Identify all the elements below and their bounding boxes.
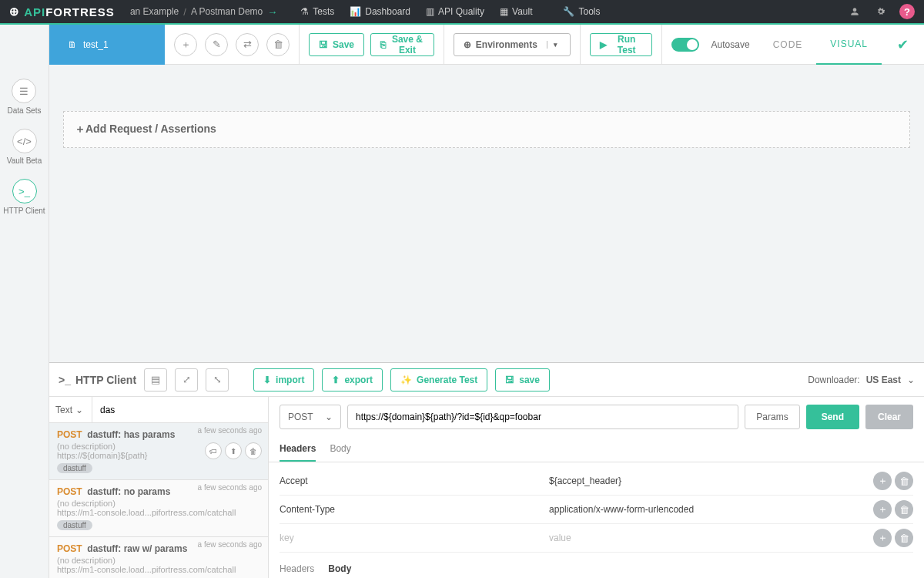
edit-button[interactable]: ✎ bbox=[205, 33, 228, 56]
delete-row-button[interactable]: 🗑 bbox=[895, 529, 913, 547]
add-row-button[interactable]: ＋ bbox=[873, 529, 892, 547]
breadcrumb-sep: / bbox=[183, 6, 186, 18]
history-method: POST bbox=[57, 486, 82, 497]
plus-icon: ＋ bbox=[75, 123, 85, 135]
add-row-button[interactable]: ＋ bbox=[873, 500, 892, 519]
chevron-down-icon: ⌄ bbox=[75, 405, 83, 415]
list-icon: ☰ bbox=[12, 79, 36, 103]
save-icon: 🖫 bbox=[319, 39, 328, 50]
url-input[interactable] bbox=[347, 405, 738, 429]
method-select[interactable]: POST⌄ bbox=[280, 405, 341, 429]
tag-button[interactable]: 🏷 bbox=[205, 442, 222, 459]
search-input[interactable] bbox=[92, 397, 268, 422]
file-tab-label: test_1 bbox=[83, 39, 109, 50]
delete-button[interactable]: 🗑 bbox=[245, 442, 262, 459]
http-client-title: >_HTTP Client bbox=[59, 374, 136, 386]
params-button[interactable]: Params bbox=[745, 405, 799, 429]
add-request-bar[interactable]: ＋Add Request / Assertions bbox=[63, 111, 910, 148]
magic-icon: ✨ bbox=[400, 375, 412, 385]
delete-row-button[interactable]: 🗑 bbox=[895, 500, 913, 519]
tab-body[interactable]: Body bbox=[330, 437, 350, 462]
export-button[interactable]: ⬆export bbox=[322, 368, 383, 391]
history-desc: (no description) bbox=[57, 556, 260, 565]
tab-body-response[interactable]: Body bbox=[328, 557, 351, 578]
filter-type-select[interactable]: Text⌄ bbox=[49, 397, 92, 422]
canvas: ＋Add Request / Assertions bbox=[49, 65, 924, 362]
header-key-input[interactable]: key bbox=[280, 533, 549, 543]
save-button[interactable]: 🖫Save bbox=[309, 33, 364, 56]
add-button[interactable]: ＋ bbox=[174, 33, 197, 56]
view-visual[interactable]: VISUAL bbox=[816, 25, 882, 65]
gear-icon[interactable] bbox=[873, 4, 889, 19]
help-icon[interactable]: ? bbox=[899, 4, 915, 19]
flask-icon: ⚗ bbox=[300, 6, 309, 17]
nav-vault[interactable]: ▦Vault bbox=[500, 6, 532, 17]
nav-apiquality[interactable]: ▥API Quality bbox=[426, 6, 484, 17]
play-icon: ▶ bbox=[600, 39, 607, 50]
upload-button[interactable]: ⬆ bbox=[225, 442, 242, 459]
bars-icon: ▥ bbox=[426, 6, 434, 17]
history-time: a few seconds ago bbox=[198, 426, 262, 435]
left-rail: ☰ Data Sets </> Vault Beta >_ HTTP Clien… bbox=[0, 25, 49, 578]
downloader-label: Downloader: bbox=[808, 375, 859, 385]
import-button[interactable]: ⬇import bbox=[253, 368, 314, 391]
breadcrumb-item[interactable]: A Postman Demo bbox=[191, 6, 263, 17]
tab-headers-response[interactable]: Headers bbox=[280, 557, 314, 578]
console-icon: >_ bbox=[12, 179, 37, 203]
http-save-button[interactable]: 🖫save bbox=[495, 368, 550, 391]
wrench-icon: 🔧 bbox=[563, 6, 574, 17]
logo-icon: ⊕ bbox=[9, 5, 20, 18]
history-name: dastuff: has params bbox=[87, 429, 175, 440]
delete-row-button[interactable]: 🗑 bbox=[895, 472, 913, 490]
collapse-button[interactable]: ⤡ bbox=[206, 368, 229, 391]
exit-icon: ⎘ bbox=[380, 39, 386, 50]
send-button[interactable]: Send bbox=[806, 405, 859, 429]
autosave-toggle[interactable] bbox=[671, 38, 699, 52]
list-view-button[interactable]: ▤ bbox=[144, 368, 167, 391]
header-value[interactable]: application/x-www-form-urlencoded bbox=[549, 504, 873, 515]
clear-button[interactable]: Clear bbox=[865, 405, 913, 429]
history-time: a few seconds ago bbox=[198, 483, 262, 492]
history-item[interactable]: a few seconds ago POST dastuff: no param… bbox=[49, 480, 268, 537]
history-time: a few seconds ago bbox=[198, 540, 262, 549]
history-item[interactable]: a few seconds ago POST dastuff: has para… bbox=[49, 423, 268, 480]
chevron-down-icon: ⌄ bbox=[325, 412, 333, 422]
add-row-button[interactable]: ＋ bbox=[873, 472, 892, 490]
arrow-icon[interactable]: → bbox=[267, 6, 277, 18]
delete-button[interactable]: 🗑 bbox=[266, 33, 290, 56]
header-key[interactable]: Accept bbox=[280, 476, 549, 486]
history-name: dastuff: no params bbox=[87, 486, 170, 497]
chart-icon: 📊 bbox=[350, 6, 361, 17]
user-icon[interactable] bbox=[847, 4, 862, 19]
history-url: https://m1-console.load...pifortress.com… bbox=[57, 508, 260, 517]
tab-headers[interactable]: Headers bbox=[280, 437, 316, 462]
nav-tools[interactable]: 🔧Tools bbox=[563, 6, 600, 17]
rail-httpclient[interactable]: >_ HTTP Client bbox=[3, 179, 45, 215]
rail-datasets[interactable]: ☰ Data Sets bbox=[8, 79, 42, 115]
downloader-value: US East bbox=[866, 375, 901, 385]
logo[interactable]: ⊕ APIFORTRESS bbox=[9, 5, 115, 18]
nav-dashboard[interactable]: 📊Dashboard bbox=[350, 6, 410, 17]
history-item[interactable]: a few seconds ago POST dastuff: raw w/ p… bbox=[49, 537, 268, 578]
chevron-down-icon[interactable]: ▾ bbox=[547, 41, 561, 49]
rail-vaultbeta[interactable]: </> Vault Beta bbox=[7, 129, 42, 165]
generate-test-button[interactable]: ✨Generate Test bbox=[390, 368, 487, 391]
run-test-button[interactable]: ▶Run Test bbox=[590, 33, 652, 56]
header-row-new: keyvalue＋🗑 bbox=[280, 524, 913, 553]
tabbar: 🗎 test_1 ＋ ✎ ⇄ 🗑 🖫Save ⎘Save & Exit ⊕Env… bbox=[49, 25, 924, 65]
check-icon[interactable]: ✔ bbox=[882, 36, 924, 53]
top-nav: ⚗Tests 📊Dashboard ▥API Quality ▦Vault 🔧T… bbox=[300, 6, 600, 17]
upload-icon: ⬆ bbox=[332, 375, 340, 385]
header-key[interactable]: Content-Type bbox=[280, 504, 549, 515]
environments-button[interactable]: ⊕Environments▾ bbox=[454, 33, 571, 56]
save-exit-button[interactable]: ⎘Save & Exit bbox=[370, 33, 434, 56]
header-value[interactable]: ${accept_header} bbox=[549, 476, 873, 486]
view-code[interactable]: CODE bbox=[759, 25, 817, 65]
file-tab[interactable]: 🗎 test_1 bbox=[49, 25, 165, 65]
swap-button[interactable]: ⇄ bbox=[236, 33, 259, 56]
header-value-input[interactable]: value bbox=[549, 533, 873, 543]
breadcrumb-project[interactable]: an Example bbox=[130, 6, 179, 17]
expand-button[interactable]: ⤢ bbox=[175, 368, 198, 391]
nav-tests[interactable]: ⚗Tests bbox=[300, 6, 334, 17]
downloader-select[interactable]: Downloader: US East ⌄ bbox=[808, 375, 915, 385]
